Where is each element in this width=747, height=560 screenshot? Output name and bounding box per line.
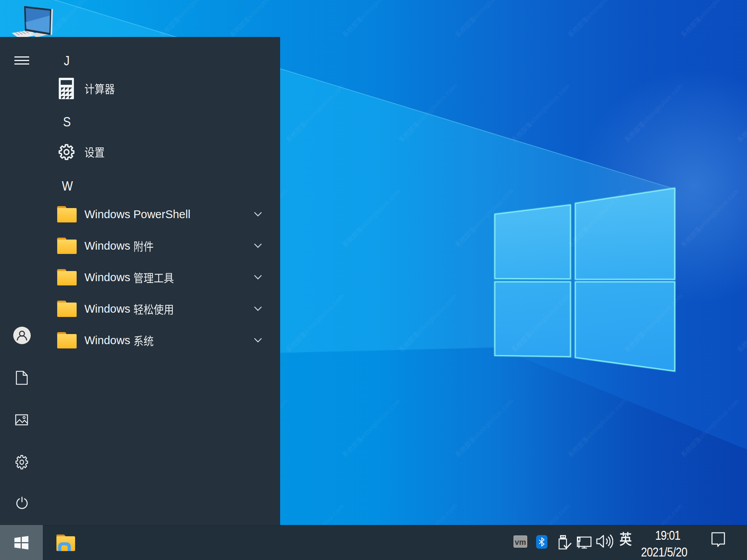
svg-text:vm: vm [515, 538, 526, 546]
